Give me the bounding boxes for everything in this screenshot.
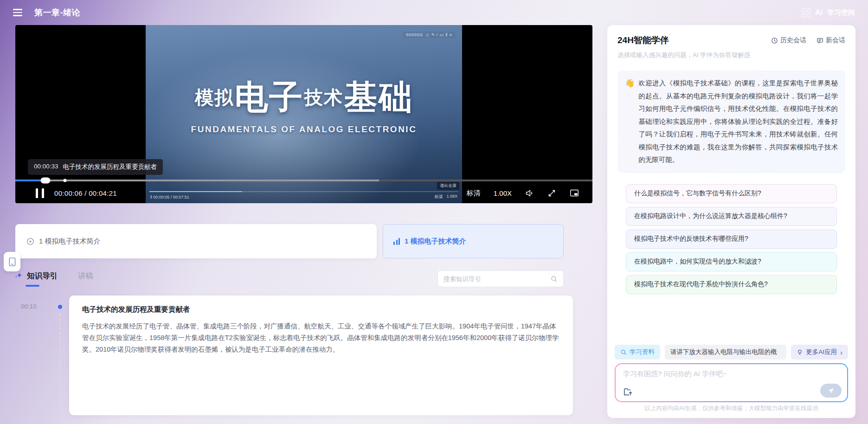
slide-title-part: 基础: [344, 75, 413, 120]
send-plane-icon: [827, 387, 835, 394]
knowledge-search[interactable]: [437, 270, 564, 287]
video-player[interactable]: 00000S ◇ ✎ ∕ ▭ ‖ ≡ 模拟 电子 技术 基础 FUNDAMENT…: [15, 25, 592, 203]
video-progress-bar[interactable]: [15, 180, 592, 181]
knowledge-entry-body: 电子技术的发展经历了电子管、晶体管、集成电路三个阶段，对广播通信、航空航天、工业…: [82, 321, 560, 355]
bulb-icon: [797, 349, 803, 355]
chapter-video-card[interactable]: 1 模拟电子技术简介: [15, 224, 377, 258]
study-materials-label: 学习资料: [630, 348, 655, 356]
timeline-rail: 00:10: [15, 296, 69, 415]
fullscreen-icon[interactable]: [547, 189, 556, 198]
history-session-button[interactable]: 历史会话: [771, 36, 806, 45]
slide-title-block: 模拟 电子 技术 基础 FUNDAMENTALS OF ANALOG ELECT…: [146, 75, 462, 135]
slide-title-part: 技术: [304, 85, 343, 110]
pause-button[interactable]: [36, 188, 44, 198]
suggestion-button[interactable]: 在模拟电路设计中，为什么说运算放大器是核心组件?: [626, 207, 837, 226]
ai-logo: Ai: [815, 8, 823, 17]
wave-emoji-icon: 👋: [625, 77, 635, 167]
recording-counter: 00000S: [406, 32, 423, 37]
suggestion-button[interactable]: 在模拟电路中，如何实现信号的放大和滤波?: [626, 252, 837, 271]
workspace-label: 学习空间: [827, 8, 855, 17]
timeline-time: 00:10: [21, 303, 37, 310]
question-ticker-text: 请讲下放大器输入电阻与输出电阻的概: [670, 348, 777, 356]
page: 第一章-绪论 Ai 学习空间 00000S ◇ ✎ ∕ ▭ ‖ ≡ 模拟 电子 …: [0, 0, 868, 424]
chat-input[interactable]: [623, 370, 840, 384]
timeline-dot: [58, 305, 62, 309]
new-session-button[interactable]: 新会话: [817, 36, 845, 45]
chat-icon: [817, 37, 823, 44]
chapter-marker-tooltip: 00:00:33 电子技术的发展历程及重要贡献者: [28, 159, 163, 175]
workspace-button[interactable]: Ai 学习空间: [802, 8, 855, 17]
active-tab-underline: [26, 285, 39, 287]
magnifier-icon: [620, 349, 627, 355]
slide-title-part: 模拟: [195, 85, 234, 110]
tab-script[interactable]: 讲稿: [78, 271, 93, 287]
tab-knowledge-guide-label: 知识导引: [27, 271, 58, 281]
main-column: 00000S ◇ ✎ ∕ ▭ ‖ ≡ 模拟 电子 技术 基础 FUNDAMENT…: [15, 25, 592, 415]
assistant-subtitle: 选择或输入感兴趣的问题，AI 学伴为你答疑解惑: [617, 51, 845, 59]
pip-icon[interactable]: [569, 188, 579, 198]
suggested-questions: 什么是模拟信号，它与数字信号有什么区别? 在模拟电路设计中，为什么说运算放大器是…: [626, 184, 837, 294]
video-time: 00:00:06 / 00:04:21: [54, 189, 117, 197]
search-icon: [550, 275, 558, 283]
page-title: 第一章-绪论: [34, 7, 80, 18]
slide-subtitle: FUNDAMENTALS OF ANALOG ELECTRONIC: [146, 124, 462, 135]
video-frame: 00000S ◇ ✎ ∕ ▭ ‖ ≡ 模拟 电子 技术 基础 FUNDAMENT…: [146, 25, 462, 203]
welcome-text: 欢迎进入《模拟电子技术基础》的课程，这里是探索电子世界奥秘的起点。从基本的电路元…: [638, 77, 838, 167]
assistant-tools-row: 学习资料 请讲下放大器输入电阻与输出电阻的概 更多AI应用 ›: [615, 345, 848, 360]
chapter-cards: 1 模拟电子技术简介 1 模拟电子技术简介: [15, 224, 592, 258]
menu-icon[interactable]: [13, 9, 22, 16]
knowledge-entry-card[interactable]: 电子技术的发展历程及重要贡献者 电子技术的发展经历了电子管、晶体管、集成电路三个…: [69, 296, 573, 415]
tab-knowledge-guide[interactable]: ✦✦ 知识导引: [15, 271, 58, 287]
suggestion-button[interactable]: 模拟电子技术在现代电子系统中扮演什么角色?: [626, 275, 837, 294]
chat-input-box: [615, 363, 848, 402]
device-icon: [8, 257, 16, 267]
chart-icon: [393, 238, 400, 245]
study-materials-button[interactable]: 学习资料: [615, 345, 660, 360]
recording-toolbar: 00000S ◇ ✎ ∕ ▭ ‖ ≡: [403, 32, 456, 38]
new-session-label: 新会话: [826, 36, 845, 45]
clock-icon: [771, 37, 778, 44]
welcome-message: 👋 欢迎进入《模拟电子技术基础》的课程，这里是探索电子世界奥秘的起点。从基本的电…: [617, 71, 845, 173]
play-circle-icon: [26, 238, 34, 245]
chapter-analysis-label: 1 模拟电子技术简介: [405, 237, 466, 246]
knowledge-tabs-row: ✦✦ 知识导引 讲稿: [15, 270, 564, 287]
chapter-analysis-card[interactable]: 1 模拟电子技术简介: [383, 224, 564, 258]
search-input[interactable]: [444, 276, 550, 283]
ai-disclaimer: 以上内容均由AI生成，仅供参考和借鉴；大模型能力由学堂在线提供: [607, 405, 855, 412]
assistant-panel: 24H智能学伴 历史会话 新会话 选择或输入感兴趣的问题，AI 学伴为你答疑解惑: [607, 25, 855, 418]
suggestion-button[interactable]: 模拟电子技术中的反馈技术有哪些应用?: [626, 230, 837, 249]
sidebar-flyout-button[interactable]: [4, 252, 20, 271]
timeline-dashed-line: [59, 313, 60, 419]
tooltip-label: 电子技术的发展历程及重要贡献者: [63, 163, 157, 171]
speed-button[interactable]: 1.00X: [494, 189, 512, 197]
tooltip-time: 00:00:33: [34, 163, 58, 171]
more-ai-apps-button[interactable]: 更多AI应用 ›: [791, 345, 848, 360]
quality-button[interactable]: 标清: [467, 189, 481, 198]
sparkle-icon: ✦✦: [15, 272, 24, 280]
chapter-video-label: 1 模拟电子技术简介: [39, 237, 101, 246]
knowledge-timeline: 00:10 电子技术的发展历程及重要贡献者 电子技术的发展经历了电子管、晶体管、…: [15, 296, 573, 415]
video-control-bar: 00:00:06 / 00:04:21 标清 1.00X: [15, 183, 592, 203]
question-ticker[interactable]: 请讲下放大器输入电阻与输出电阻的概: [665, 345, 786, 360]
slide-title-part: 电子: [235, 75, 303, 120]
recording-toolbar-icons: ◇ ✎ ∕ ▭ ‖ ≡: [426, 32, 452, 37]
progress-chapter-marker[interactable]: [63, 179, 66, 182]
upload-file-button[interactable]: [623, 387, 633, 397]
assistant-title: 24H智能学伴: [617, 34, 669, 46]
more-ai-apps-label: 更多AI应用: [806, 348, 837, 356]
history-session-label: 历史会话: [780, 36, 806, 45]
progress-buffered: [15, 180, 379, 181]
folder-upload-icon: [623, 387, 633, 397]
apps-grid-icon: [802, 8, 810, 17]
top-bar: 第一章-绪论 Ai 学习空间: [0, 0, 868, 25]
suggestion-button[interactable]: 什么是模拟信号，它与数字信号有什么区别?: [626, 184, 837, 203]
chevron-right-icon: ›: [840, 348, 842, 356]
send-button[interactable]: [820, 384, 842, 398]
volume-icon[interactable]: [525, 188, 534, 198]
knowledge-entry-title: 电子技术的发展历程及重要贡献者: [82, 305, 560, 315]
